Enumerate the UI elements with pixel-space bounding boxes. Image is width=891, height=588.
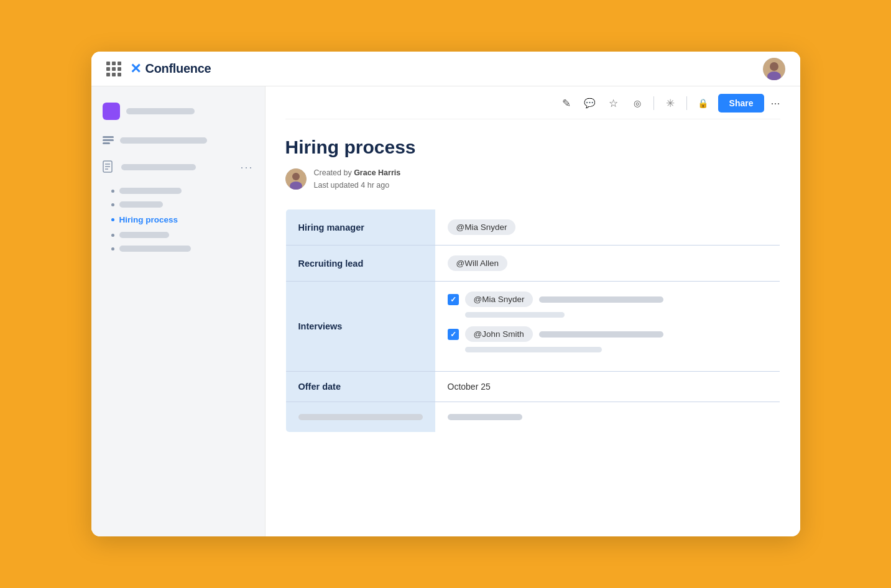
sidebar-label-3 [121, 164, 196, 170]
sidebar-more-icon[interactable]: ··· [240, 161, 253, 174]
apps-icon[interactable] [106, 62, 121, 76]
comment-icon[interactable]: 💬 [581, 94, 599, 112]
bullet-icon [111, 247, 114, 250]
value-offer-date: October 25 [435, 372, 780, 402]
label-hiring-manager: Hiring manager [285, 209, 435, 246]
sidebar-label-2 [120, 137, 207, 144]
logo[interactable]: ✕ Confluence [130, 61, 211, 77]
main-body: ··· Hiring process [91, 86, 800, 536]
hiring-table: Hiring manager @Mia Snyder Recruiting le… [285, 209, 780, 433]
interview-extra-line-2 [465, 347, 602, 352]
interview-row-john: @John Smith [448, 326, 767, 342]
value-interviews: @Mia Snyder @John Smith [435, 282, 780, 372]
sidebar-list-icon [103, 136, 114, 144]
placeholder-label-line [298, 414, 423, 420]
tag-will-allen[interactable]: @Will Allen [448, 255, 507, 271]
topbar-left: ✕ Confluence [106, 61, 211, 77]
table-row-hiring-manager: Hiring manager @Mia Snyder [285, 209, 780, 246]
toolbar-divider-1 [653, 96, 654, 110]
svg-point-1 [770, 62, 778, 71]
nav-label-line-2 [119, 201, 163, 208]
share-button[interactable]: Share [718, 94, 765, 113]
more-options-icon[interactable]: ··· [770, 97, 780, 110]
nav-label-line-1 [119, 188, 182, 194]
bullet-icon [111, 234, 114, 237]
updated-label: Last updated [314, 181, 359, 190]
watch-icon[interactable]: ◎ [629, 94, 646, 112]
lock-icon[interactable]: 🔒 [695, 94, 712, 112]
value-recruiting-lead: @Will Allen [435, 246, 780, 282]
bullet-icon [111, 203, 114, 206]
label-offer-date: Offer date [285, 372, 435, 402]
sidebar: ··· Hiring process [91, 86, 265, 536]
nav-label-line-4 [119, 232, 169, 238]
value-hiring-manager: @Mia Snyder [435, 209, 780, 246]
sidebar-space-icon [103, 103, 120, 120]
author-name: Grace Harris [354, 168, 400, 177]
label-recruiting-lead: Recruiting lead [285, 246, 435, 282]
toolbar-divider-2 [686, 96, 687, 110]
page-meta: Created by Grace Harris Last updated 4 h… [285, 167, 780, 191]
sidebar-hiring-label: Hiring process [119, 215, 178, 224]
app-window: ✕ Confluence [91, 52, 800, 536]
tag-mia-snyder-interview[interactable]: @Mia Snyder [465, 292, 533, 307]
page-meta-text: Created by Grace Harris Last updated 4 h… [314, 167, 401, 191]
edit-icon[interactable]: ✎ [558, 94, 575, 112]
nav-label-line-5 [119, 246, 191, 252]
logo-icon: ✕ [130, 61, 141, 77]
table-row-recruiting-lead: Recruiting lead @Will Allen [285, 246, 780, 282]
bullet-icon-active [111, 218, 114, 221]
sidebar-nav-item-2[interactable] [91, 198, 265, 211]
updated-time: 4 hr ago [361, 181, 389, 190]
interview-line-2 [539, 331, 663, 338]
table-row-offer-date: Offer date October 25 [285, 372, 780, 402]
topbar: ✕ Confluence [91, 52, 800, 86]
checkbox-john[interactable] [448, 329, 459, 340]
interview-row-mia: @Mia Snyder [448, 292, 767, 307]
page-content: ✎ 💬 ☆ ◎ ✳ 🔒 Share ··· Hiring process [265, 86, 800, 536]
created-by-label: Created by [314, 168, 352, 177]
bullet-icon [111, 190, 114, 193]
author-avatar [285, 168, 307, 190]
user-avatar-area[interactable] [763, 58, 785, 80]
label-interviews: Interviews [285, 282, 435, 372]
page-title: Hiring process [285, 137, 780, 158]
value-placeholder [435, 402, 780, 433]
sidebar-doc-icon [103, 160, 115, 174]
sidebar-label-1 [126, 108, 195, 114]
sidebar-item-3[interactable]: ··· [91, 155, 265, 179]
checkbox-mia[interactable] [448, 294, 459, 305]
svg-point-8 [292, 173, 300, 180]
sidebar-item-2[interactable] [91, 131, 265, 149]
tag-john-smith-interview[interactable]: @John Smith [465, 326, 533, 342]
table-row-placeholder [285, 402, 780, 433]
table-row-interviews: Interviews @Mia Snyder [285, 282, 780, 372]
user-avatar[interactable] [763, 58, 785, 80]
star-icon[interactable]: ☆ [605, 94, 622, 112]
interview-line-1 [539, 296, 663, 303]
sidebar-nav-item-5[interactable] [91, 242, 265, 255]
toolbar: ✎ 💬 ☆ ◎ ✳ 🔒 Share ··· [285, 86, 780, 119]
tag-mia-snyder[interactable]: @Mia Snyder [448, 219, 516, 235]
sidebar-nav-item-1[interactable] [91, 184, 265, 198]
sidebar-item-1[interactable] [91, 98, 265, 125]
interview-extra-line-1 [465, 312, 565, 318]
label-placeholder [285, 402, 435, 433]
sidebar-nav-item-4[interactable] [91, 228, 265, 242]
sidebar-nav-item-hiring[interactable]: Hiring process [91, 211, 265, 228]
loading-icon[interactable]: ✳ [662, 94, 679, 112]
app-name: Confluence [145, 62, 211, 76]
placeholder-value-line [448, 414, 522, 420]
sidebar-nav-items: Hiring process [91, 179, 265, 255]
